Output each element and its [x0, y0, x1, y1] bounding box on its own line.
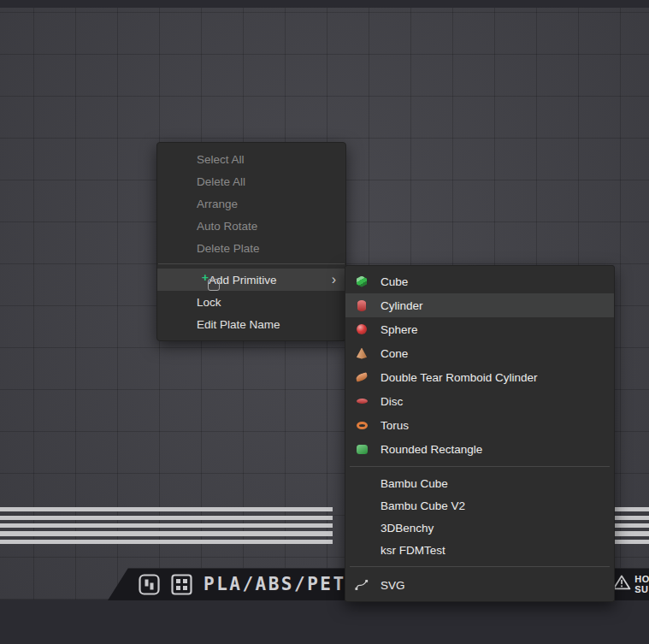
sphere-icon — [355, 322, 369, 336]
menu-item-select-all: Select All — [157, 148, 345, 170]
submenu-separator — [350, 466, 610, 467]
add-primitive-icon — [208, 279, 220, 291]
qr-code-icon — [171, 574, 192, 595]
warning-triangle-icon — [612, 575, 631, 594]
submenu-item-label: ksr FDMTest — [381, 544, 445, 557]
menu-item-label: Delete All — [197, 175, 245, 188]
submenu-item-label: Double Tear Romboid Cylinder — [381, 371, 538, 384]
submenu-item-label: Cone — [381, 347, 408, 360]
submenu-item-label: SVG — [381, 579, 405, 592]
submenu-item-torus[interactable]: Torus — [345, 413, 614, 437]
menu-item-add-primitive[interactable]: Add Primitive › — [157, 269, 345, 291]
chevron-right-icon: › — [332, 273, 336, 287]
submenu-item-label: 3DBenchy — [381, 522, 434, 535]
submenu-item-label: Bambu Cube — [381, 477, 448, 490]
submenu-item-svg[interactable]: SVG — [345, 572, 614, 598]
rounded-rectangle-icon — [355, 442, 369, 456]
menu-item-label: Auto Rotate — [197, 220, 257, 233]
submenu-item-cube[interactable]: Cube — [345, 269, 614, 293]
submenu-item-rounded-rectangle[interactable]: Rounded Rectangle — [345, 437, 614, 461]
submenu-item-3dbenchy[interactable]: 3DBenchy — [345, 517, 614, 539]
cylinder-icon — [355, 298, 369, 312]
torus-icon — [355, 418, 369, 432]
plate-top-edge — [0, 0, 649, 8]
menu-item-label: Delete Plate — [197, 242, 260, 255]
double-tear-romboid-cylinder-icon — [355, 370, 369, 384]
add-primitive-submenu: Cube Cylinder Sphere Cone Double Tear Ro… — [345, 265, 615, 602]
submenu-item-label: Disc — [381, 395, 403, 408]
submenu-item-label: Torus — [381, 419, 409, 432]
bambu-logo-icon — [139, 574, 160, 595]
submenu-item-cone[interactable]: Cone — [345, 341, 614, 365]
menu-separator — [158, 263, 345, 264]
submenu-item-label: Bambu Cube V2 — [381, 499, 465, 512]
menu-item-label: Arrange — [197, 198, 238, 210]
menu-item-arrange: Arrange — [157, 192, 345, 215]
menu-item-label: Lock — [197, 296, 221, 309]
plate-context-menu: Select All Delete All Arrange Auto Rotat… — [156, 142, 346, 341]
submenu-item-bambu-cube[interactable]: Bambu Cube — [345, 472, 614, 494]
slicer-3d-viewport[interactable]: PLA/ABS/PETG HOT SU Select All Delete Al… — [0, 0, 649, 644]
menu-item-label: Select All — [197, 153, 245, 166]
submenu-item-label: Cylinder — [381, 299, 423, 312]
submenu-item-label: Cube — [381, 275, 408, 288]
menu-item-delete-plate: Delete Plate — [157, 237, 345, 259]
submenu-item-label: Sphere — [381, 323, 418, 336]
plate-material-label: PLA/ABS/PETG — [204, 574, 359, 594]
menu-item-edit-plate-name[interactable]: Edit Plate Name — [157, 313, 345, 335]
menu-item-label: Edit Plate Name — [197, 318, 280, 331]
submenu-separator — [350, 566, 610, 567]
submenu-item-label: Rounded Rectangle — [381, 443, 482, 456]
submenu-item-cylinder[interactable]: Cylinder — [345, 293, 614, 317]
off-plate-area — [0, 600, 649, 644]
hotbed-warning: HOT SU — [612, 574, 649, 594]
submenu-item-sphere[interactable]: Sphere — [345, 317, 614, 341]
disc-icon — [355, 394, 369, 408]
svg-curve-icon — [355, 578, 369, 592]
submenu-item-double-tear-romboid-cylinder[interactable]: Double Tear Romboid Cylinder — [345, 365, 614, 389]
menu-item-auto-rotate: Auto Rotate — [157, 215, 345, 237]
menu-item-delete-all: Delete All — [157, 170, 345, 192]
cube-icon — [355, 275, 369, 288]
submenu-item-bambu-cube-v2[interactable]: Bambu Cube V2 — [345, 494, 614, 517]
plate-stripes-left — [0, 507, 333, 547]
submenu-item-disc[interactable]: Disc — [345, 389, 614, 413]
menu-item-lock[interactable]: Lock — [157, 291, 345, 313]
cone-icon — [355, 346, 369, 360]
submenu-item-ksr-fdmtest[interactable]: ksr FDMTest — [345, 539, 614, 561]
hotbed-warning-text: HOT SU — [634, 574, 649, 594]
